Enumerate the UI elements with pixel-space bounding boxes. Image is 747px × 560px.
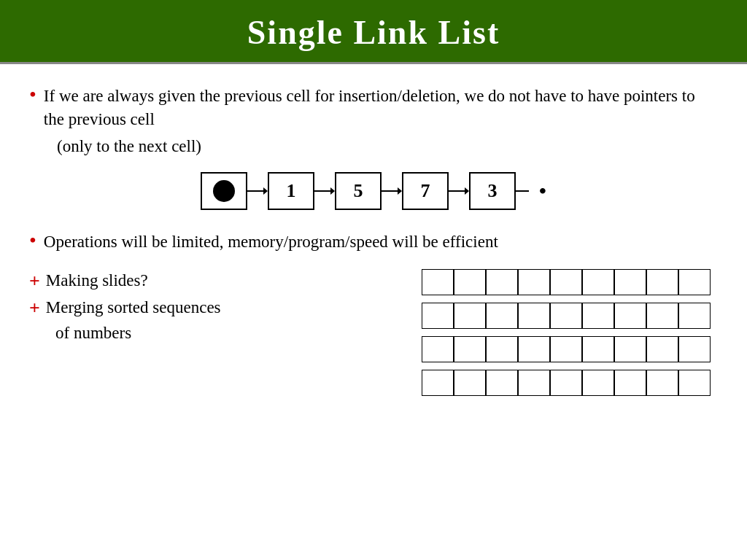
node-5: 5: [335, 172, 382, 210]
grid-cell: [582, 303, 614, 329]
grid-cell: [422, 336, 454, 362]
grid-cell: [614, 303, 646, 329]
arrow-4: [449, 184, 469, 198]
header-title: Single Link List: [247, 14, 500, 51]
bullet-text-2: Operations will be limited, memory/progr…: [44, 230, 498, 254]
indent-text-1: (only to the next cell): [57, 137, 718, 156]
grid-cell: [550, 269, 582, 295]
right-grids: [422, 269, 711, 396]
grid-cell: [422, 370, 454, 396]
grid-cell: [454, 269, 486, 295]
grid-cell: [614, 269, 646, 295]
grid-cell: [518, 370, 550, 396]
grid-cell: [614, 336, 646, 362]
plus-sign-2: +: [29, 296, 40, 321]
grid-cell: [678, 370, 711, 396]
node-head: [201, 172, 247, 210]
filled-circle: [213, 180, 235, 202]
grid-cell: [678, 269, 711, 295]
grid-cell: [486, 370, 518, 396]
grid-cell: [486, 336, 518, 362]
grid-cell: [518, 269, 550, 295]
grid-cell: [678, 336, 711, 362]
grid-cell: [454, 370, 486, 396]
grid-row-1: [422, 269, 711, 295]
grid-cell: [486, 269, 518, 295]
grid-cell: [582, 370, 614, 396]
bullet-dot-1: •: [29, 83, 36, 106]
bullet-text-1: If we are always given the previous cell…: [44, 85, 718, 131]
grid-cell: [646, 336, 678, 362]
grid-cell: [582, 336, 614, 362]
grid-row-2: [422, 303, 711, 329]
grid-cell: [646, 303, 678, 329]
grid-cell: [582, 269, 614, 295]
arrow-5: [516, 184, 536, 198]
arrow-3: [382, 184, 402, 198]
grid-cell: [454, 303, 486, 329]
indent-plus-text: of numbers: [55, 324, 422, 343]
bottom-section: + Making slides? + Merging sorted sequen…: [29, 269, 718, 396]
content: • If we are always given the previous ce…: [0, 64, 747, 411]
plus-text-2: Merging sorted sequences: [46, 296, 221, 319]
grid-cell: [678, 303, 711, 329]
grid-cell: [550, 336, 582, 362]
bullet-item-2: • Operations will be limited, memory/pro…: [29, 230, 718, 254]
grid-cell: [486, 303, 518, 329]
grid-cell: [518, 303, 550, 329]
grid-cell: [614, 370, 646, 396]
arrow-1: [247, 184, 268, 198]
plus-item-1: + Making slides?: [29, 269, 422, 294]
arrow-2: [314, 184, 335, 198]
grid-cell: [646, 370, 678, 396]
grid-cell: [422, 269, 454, 295]
bullet-item-1: • If we are always given the previous ce…: [29, 85, 718, 131]
left-bottom: + Making slides? + Merging sorted sequen…: [29, 269, 422, 343]
header: Single Link List: [0, 0, 747, 62]
node-3: 3: [469, 172, 516, 210]
grid-cell: [422, 303, 454, 329]
node-7: 7: [402, 172, 449, 210]
node-1: 1: [268, 172, 314, 210]
grid-cell: [646, 269, 678, 295]
null-dot: •: [539, 179, 546, 203]
grid-cell: [550, 303, 582, 329]
grid-cell: [518, 336, 550, 362]
grid-row-3: [422, 336, 711, 362]
linked-list-diagram: 1 5 7 3 •: [29, 172, 718, 210]
grid-row-4: [422, 370, 711, 396]
plus-item-2: + Merging sorted sequences: [29, 296, 422, 321]
grid-cell: [454, 336, 486, 362]
grid-cell: [550, 370, 582, 396]
bullet-dot-2: •: [29, 229, 36, 252]
plus-sign-1: +: [29, 269, 40, 294]
plus-text-1: Making slides?: [46, 269, 148, 292]
